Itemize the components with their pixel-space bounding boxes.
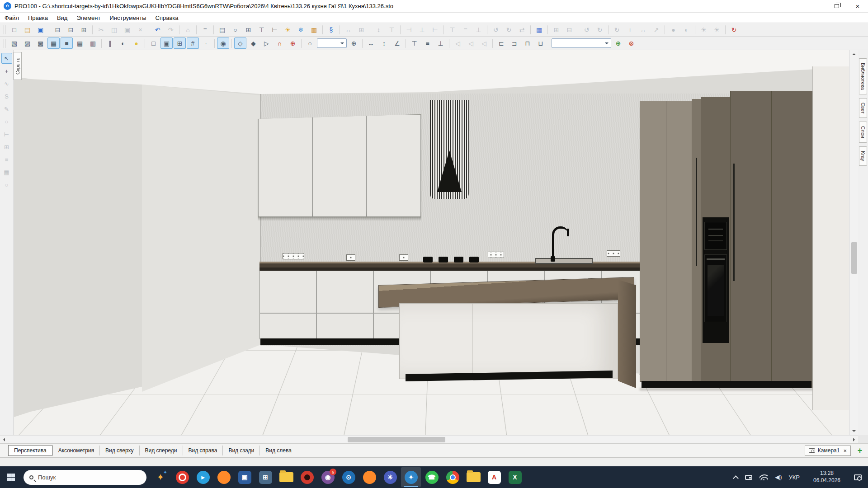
new-file-icon[interactable]: □ (8, 24, 20, 35)
rotate-x-icon[interactable]: ↺ (490, 24, 502, 35)
align-right-icon[interactable]: ⊢ (429, 24, 441, 35)
align-center-icon[interactable]: ⊥ (416, 24, 428, 35)
toolbar-grip[interactable] (4, 25, 5, 34)
copy-icon[interactable]: ◫ (108, 24, 120, 35)
dim-grid-icon[interactable]: ⊞ (355, 24, 368, 35)
paste-icon[interactable]: ▣ (121, 24, 133, 35)
rotate-free-icon[interactable]: ↻ (611, 24, 623, 35)
view-texture-icon[interactable]: ▦ (47, 38, 60, 49)
render-icon[interactable]: ▦ (533, 24, 545, 35)
snap-vertex-icon[interactable]: ◇ (234, 38, 246, 49)
arrow-style-2-icon[interactable]: ◁ (465, 38, 477, 49)
view-realistic-icon[interactable]: ■ (61, 38, 73, 49)
valign-middle-icon[interactable]: ≡ (459, 24, 472, 35)
volume-icon[interactable]: ◀)) (775, 474, 781, 480)
zoom-in-icon[interactable]: ⊕ (348, 38, 360, 49)
tab-view-left[interactable]: Вид слева (259, 446, 297, 455)
visibility-icon[interactable]: ◉ (217, 38, 229, 49)
panel-mode-icon[interactable]: ▣ (160, 38, 173, 49)
align-wall-bottom-icon[interactable]: ⊔ (534, 38, 547, 49)
label-top-icon[interactable]: ⊤ (408, 38, 420, 49)
home-icon[interactable]: ⌂ (182, 24, 194, 35)
rotate-z-icon[interactable]: ⇄ (516, 24, 528, 35)
toolbar-grip[interactable] (4, 39, 5, 48)
scale-icon[interactable]: ↗ (650, 24, 662, 35)
zoom-out-icon[interactable]: ○ (304, 38, 316, 49)
app-excel[interactable]: X (505, 467, 525, 487)
daylight-icon[interactable]: ☀ (698, 24, 710, 35)
view-wireframe-icon[interactable]: ▧ (8, 38, 20, 49)
redo-icon[interactable]: ↷ (165, 24, 177, 35)
app-chrome[interactable] (443, 467, 462, 487)
pick-material-icon[interactable]: ⊗ (625, 38, 637, 49)
dim-horizontal-icon[interactable]: ↔ (365, 38, 377, 49)
app-whatsapp[interactable]: ☎ (422, 467, 442, 487)
save-icon[interactable]: ▣ (34, 24, 47, 35)
wifi-icon[interactable] (760, 474, 768, 480)
properties-icon[interactable]: ≡ (199, 24, 211, 35)
camera-tab-close-icon[interactable]: × (843, 447, 847, 454)
restore-button[interactable] (826, 0, 847, 12)
print-export-icon[interactable]: ⊞ (78, 24, 90, 35)
refresh-icon[interactable]: ↻ (728, 24, 740, 35)
scroll-down-button[interactable] (850, 427, 858, 435)
menu-item[interactable]: Справка (151, 13, 183, 23)
pen-icon[interactable]: ✎ (1, 103, 12, 114)
tab-library[interactable]: Библиотека (859, 58, 867, 94)
app-telegram[interactable]: ▸ (193, 467, 213, 487)
app-dark-blue[interactable]: ✳ (380, 467, 400, 487)
clock[interactable]: 13:28 06.04.2026 (807, 470, 847, 484)
magnet-icon[interactable]: ∩ (274, 38, 286, 49)
dim-chain-icon[interactable]: ⊞ (1, 141, 12, 152)
dim-width-icon[interactable]: ↔ (342, 24, 354, 35)
menu-item[interactable]: Правка (24, 13, 52, 23)
grid-icon[interactable]: # (187, 38, 199, 49)
move-icon[interactable]: + (624, 24, 636, 35)
origin-icon[interactable]: ⊕ (287, 38, 299, 49)
zoom-level-combo[interactable] (317, 38, 347, 48)
tray-expand-icon[interactable] (733, 475, 739, 481)
selection-filter-icon[interactable]: § (325, 24, 337, 35)
valign-top-icon[interactable]: ⊤ (446, 24, 458, 35)
menu-item[interactable]: Элемент (72, 13, 105, 23)
scroll-up-button[interactable] (850, 50, 858, 58)
menu-item[interactable]: Файл (0, 13, 24, 23)
view-shadow-icon[interactable]: ▥ (87, 38, 99, 49)
minimize-button[interactable]: – (806, 0, 826, 12)
dim-height-icon[interactable]: ↕ (373, 24, 385, 35)
wireframe-view-icon[interactable]: ◐ (680, 24, 693, 35)
start-button[interactable] (0, 466, 22, 488)
light-bulb-icon[interactable]: ● (130, 38, 142, 49)
app-pro100[interactable]: ✦ (401, 467, 421, 487)
3d-viewport[interactable] (14, 50, 849, 435)
tab-light[interactable]: Свет (859, 98, 867, 118)
valign-bottom-icon[interactable]: ⊥ (472, 24, 485, 35)
horizontal-scrollbar[interactable] (0, 435, 858, 443)
open-folder-icon[interactable]: ▤ (21, 24, 33, 35)
zoom-tool-icon[interactable]: ○ (1, 179, 12, 190)
dim-angle-icon[interactable]: ∠ (391, 38, 403, 49)
arrow-style-1-icon[interactable]: ◁ (452, 38, 464, 49)
mirror-icon[interactable]: ↔ (637, 24, 649, 35)
taskbar-search[interactable]: Пошук (24, 470, 146, 485)
language-indicator[interactable]: УКР (788, 474, 800, 481)
align-wall-left-icon[interactable]: ⊏ (495, 38, 507, 49)
app-file-explorer[interactable] (276, 467, 296, 487)
search-icon[interactable]: ○ (229, 24, 241, 35)
rotate-cw-icon[interactable]: ↻ (594, 24, 606, 35)
app-red-browser[interactable] (172, 467, 192, 487)
rotate-y-icon[interactable]: ↻ (503, 24, 515, 35)
tab-view-right[interactable]: Вид справа (183, 446, 223, 455)
tab-kray[interactable]: Kray (859, 146, 867, 166)
dim-line-icon[interactable]: ⊢ (1, 129, 12, 140)
app-acrobat[interactable]: A (484, 467, 504, 487)
ungroup-icon[interactable]: ⊟ (563, 24, 576, 35)
app-calculator[interactable]: ⊞ (255, 467, 275, 487)
print-settings-icon[interactable]: ⊟ (52, 24, 64, 35)
tab-perspective[interactable]: Перспектива (8, 445, 52, 456)
tab-view-top[interactable]: Вид сверху (99, 446, 139, 455)
delete-icon[interactable]: × (134, 24, 146, 35)
sun-icon[interactable]: ☀ (282, 24, 294, 35)
vertical-scroll-thumb[interactable] (851, 242, 857, 274)
hatch-icon[interactable]: ▦ (1, 167, 12, 178)
